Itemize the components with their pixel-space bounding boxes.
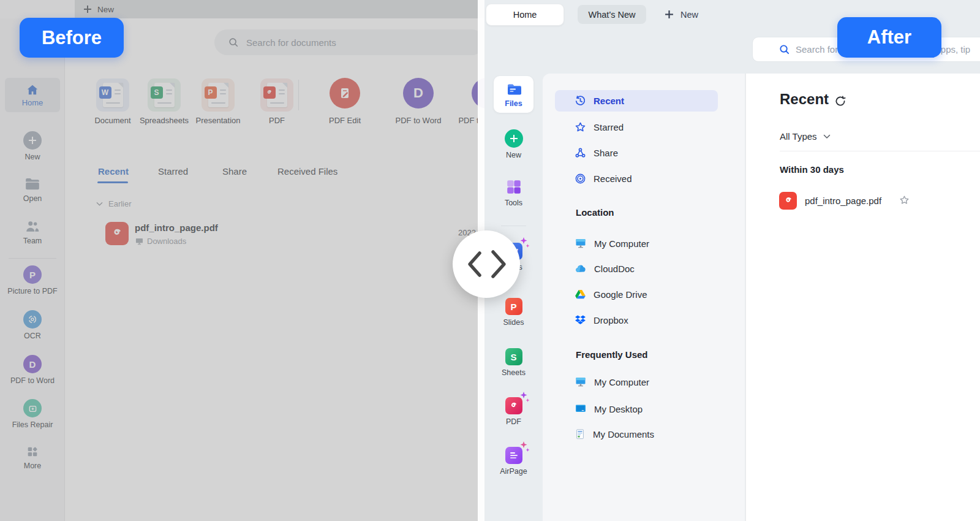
nav-item-my-documents[interactable]: My Documents [575,428,654,440]
nav-item-google-drive[interactable]: Google Drive [575,289,647,300]
rail-item-sheets[interactable]: S Sheets [484,348,543,377]
nav-item-label: Recent [594,96,624,106]
documents-icon [575,428,586,440]
history-icon [575,95,586,107]
before-badge: Before [20,18,124,58]
new-tab-button[interactable]: New [665,5,698,24]
cloud-icon [575,263,587,275]
nav-item-my-computer[interactable]: My Computer [575,238,649,249]
comparison-slider-handle[interactable] [453,230,520,298]
page-title: Recent [780,91,829,108]
tab-whats-new[interactable]: What's New [578,5,646,24]
slides-icon: P [505,298,522,315]
rail-item-tools[interactable]: Tools [484,178,543,207]
rail-item-new[interactable]: New [484,129,543,159]
rail-item-label: AirPage [500,467,527,476]
plus-icon [665,10,674,19]
nav-item-label: Received [594,173,632,184]
rail-item-slides[interactable]: P Slides [484,298,543,327]
rail-item-label: Sheets [502,368,526,377]
nav-item-label: Dropbox [594,315,628,325]
filter-label: All Types [780,131,817,142]
rail-item-pdf[interactable]: PDF [484,397,543,426]
nav-item-recent[interactable]: Recent [575,95,624,107]
section-header-location: Location [576,207,614,218]
star-icon [575,121,586,133]
files-folder-icon [506,82,522,97]
search-icon [778,44,790,55]
rail-item-airpage[interactable]: AirPage [484,447,543,476]
nav-item-received[interactable]: Received [575,173,632,184]
nav-item-share[interactable]: Share [575,147,618,159]
nav-item-label: My Documents [593,429,654,439]
nav-item-label: CloudDoc [594,264,635,274]
sheets-icon: S [505,348,522,365]
content-divider [780,151,980,151]
dropbox-icon [575,314,586,325]
rail-item-label: Files [505,99,522,108]
tab-home[interactable]: Home [486,4,564,26]
new-plus-icon [505,129,523,148]
airpage-icon [505,447,522,464]
rail-item-label: New [506,151,521,159]
monitor-icon [575,238,587,249]
new-tab-label: New [680,10,698,20]
chevron-left-right-icon [464,247,509,281]
tools-icon [505,178,522,196]
star-outline-icon[interactable] [899,195,910,205]
tab-whats-new-label: What's New [589,10,636,20]
rail-divider [501,226,526,226]
nav-item-label: Starred [594,122,624,132]
nav-item-dropbox[interactable]: Dropbox [575,314,628,325]
filter-all-types[interactable]: All Types [780,131,831,142]
file-name[interactable]: pdf_intro_page.pdf [805,196,881,206]
nav-item-label: My Computer [594,238,649,249]
rail-item-label: PDF [506,417,521,426]
nav-item-my-desktop[interactable]: My Desktop [575,403,643,414]
nav-item-label: My Computer [594,377,649,387]
tab-home-label: Home [513,10,537,20]
pdf-icon [505,397,522,414]
rail-item-label: Slides [503,318,524,327]
section-header-frequently-used: Frequently Used [576,349,648,360]
broadcast-icon [575,173,586,184]
monitor-icon [575,376,587,388]
desktop-icon [575,403,587,414]
refresh-icon[interactable] [834,95,846,107]
share-icon [575,147,586,159]
nav-item-clouddoc[interactable]: CloudDoc [575,263,635,275]
rail-item-files[interactable]: Files [494,76,533,113]
after-badge: After [837,17,941,58]
rail-item-label: Tools [505,199,522,207]
chevron-down-icon [823,134,831,139]
group-within-30-days: Within 30 days [780,164,844,175]
nav-item-label: Share [594,148,618,158]
google-drive-icon [575,289,586,300]
nav-item-label: Google Drive [594,289,647,300]
nav-item-freq-my-computer[interactable]: My Computer [575,376,649,388]
pdf-file-icon [779,192,797,210]
nav-item-starred[interactable]: Starred [575,121,624,133]
nav-item-label: My Desktop [594,404,643,414]
before-after-comparison: New Search for documents Home New [0,0,980,521]
